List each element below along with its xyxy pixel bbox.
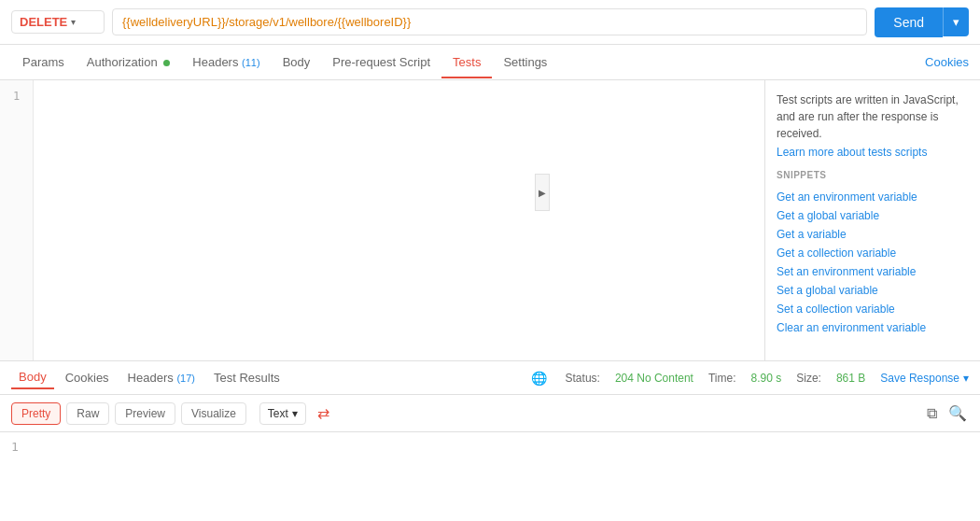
tab-tests[interactable]: Tests xyxy=(441,48,492,78)
resp-tab-cookies-label: Cookies xyxy=(65,371,109,385)
tab-body[interactable]: Body xyxy=(272,48,322,78)
status-label: Status: xyxy=(566,372,600,385)
time-label: Time: xyxy=(708,372,736,385)
snippets-learn-more-link[interactable]: Learn more about tests scripts xyxy=(777,146,969,159)
response-line-number: 1 xyxy=(11,440,19,454)
time-value: 8.90 s xyxy=(751,372,782,385)
method-dropdown-arrow: ▾ xyxy=(71,17,76,27)
resp-headers-badge: (17) xyxy=(176,373,195,384)
tab-authorization[interactable]: Authorization xyxy=(76,48,182,78)
snippet-get-env-var[interactable]: Get an environment variable xyxy=(777,188,969,206)
nav-tabs: Params Authorization Headers (11) Body P… xyxy=(0,45,980,80)
format-pretty-button[interactable]: Pretty xyxy=(11,402,61,425)
url-input[interactable] xyxy=(112,8,867,35)
response-header: Body Cookies Headers (17) Test Results 🌐… xyxy=(0,361,980,395)
line-number-1: 1 xyxy=(0,88,33,105)
snippets-label: SNIPPETS xyxy=(777,170,969,180)
top-bar: DELETE ▾ Send ▾ xyxy=(0,0,980,45)
snippet-get-global-var[interactable]: Get a global variable xyxy=(777,206,969,225)
text-dropdown-arrow: ▾ xyxy=(292,407,298,420)
snippet-clear-env-var[interactable]: Clear an environment variable xyxy=(777,318,969,337)
format-visualize-button[interactable]: Visualize xyxy=(181,402,246,425)
main-content: 1 ▶ Test scripts are written in JavaScri… xyxy=(0,80,980,360)
save-response-arrow: ▾ xyxy=(963,372,969,385)
send-button[interactable]: Send xyxy=(875,7,943,37)
send-button-group: Send ▾ xyxy=(875,7,969,37)
resp-tab-body[interactable]: Body xyxy=(11,366,54,389)
snippet-set-env-var[interactable]: Set an environment variable xyxy=(777,262,969,281)
search-button[interactable]: 🔍 xyxy=(946,402,969,424)
cookies-link[interactable]: Cookies xyxy=(925,55,969,69)
panel-toggle[interactable]: ▶ xyxy=(535,174,550,211)
status-bar: 🌐 Status: 204 No Content Time: 8.90 s Si… xyxy=(531,371,969,386)
resp-tab-headers-label: Headers xyxy=(128,371,174,385)
response-body: 1 xyxy=(0,432,980,461)
snippets-info-text: Test scripts are written in JavaScript, … xyxy=(777,92,969,142)
tab-pre-request-label: Pre-request Script xyxy=(332,55,430,69)
size-value: 861 B xyxy=(836,372,865,385)
tab-headers-label: Headers xyxy=(192,55,238,69)
resp-tab-test-results[interactable]: Test Results xyxy=(206,367,287,388)
tab-params-label: Params xyxy=(22,55,64,69)
snippet-get-collection-var[interactable]: Get a collection variable xyxy=(777,244,969,262)
toolbar-right: ⧉ 🔍 xyxy=(925,402,969,424)
globe-icon: 🌐 xyxy=(531,371,547,386)
save-response-label: Save Response xyxy=(880,372,959,385)
status-value: 204 No Content xyxy=(615,372,693,385)
text-type-label: Text xyxy=(268,407,288,420)
send-dropdown-button[interactable]: ▾ xyxy=(943,7,969,36)
tab-settings-label: Settings xyxy=(503,55,547,69)
editor-content[interactable] xyxy=(34,80,764,360)
snippet-set-collection-var[interactable]: Set a collection variable xyxy=(777,300,969,318)
resp-tab-headers[interactable]: Headers (17) xyxy=(120,367,203,388)
resp-tab-test-results-label: Test Results xyxy=(214,371,280,385)
editor-gutter: 1 xyxy=(0,80,34,360)
size-label: Size: xyxy=(796,372,821,385)
snippet-get-variable[interactable]: Get a variable xyxy=(777,225,969,244)
tab-body-label: Body xyxy=(283,55,311,69)
tab-tests-label: Tests xyxy=(453,55,481,69)
body-toolbar: Pretty Raw Preview Visualize Text ▾ ⇄ ⧉ … xyxy=(0,395,980,432)
snippets-panel: Test scripts are written in JavaScript, … xyxy=(765,80,980,360)
authorization-dot xyxy=(163,60,170,66)
copy-button[interactable]: ⧉ xyxy=(925,402,939,424)
resp-tab-cookies[interactable]: Cookies xyxy=(58,367,117,388)
text-type-dropdown[interactable]: Text ▾ xyxy=(259,402,306,425)
format-preview-button[interactable]: Preview xyxy=(115,402,175,425)
tab-settings[interactable]: Settings xyxy=(492,48,558,78)
tab-headers[interactable]: Headers (11) xyxy=(181,48,271,78)
method-label: DELETE xyxy=(20,15,67,29)
wrap-icon[interactable]: ⇄ xyxy=(317,404,329,422)
headers-badge: (11) xyxy=(242,57,260,68)
method-selector[interactable]: DELETE ▾ xyxy=(11,10,105,34)
tab-authorization-label: Authorization xyxy=(87,55,158,69)
tab-params[interactable]: Params xyxy=(11,48,76,78)
editor-panel[interactable]: 1 ▶ xyxy=(0,80,765,360)
tab-pre-request[interactable]: Pre-request Script xyxy=(321,48,441,78)
format-raw-button[interactable]: Raw xyxy=(66,402,109,425)
response-area: Body Cookies Headers (17) Test Results 🌐… xyxy=(0,360,980,461)
save-response-button[interactable]: Save Response ▾ xyxy=(880,372,969,385)
resp-tab-body-label: Body xyxy=(19,370,47,384)
snippet-set-global-var[interactable]: Set a global variable xyxy=(777,281,969,300)
